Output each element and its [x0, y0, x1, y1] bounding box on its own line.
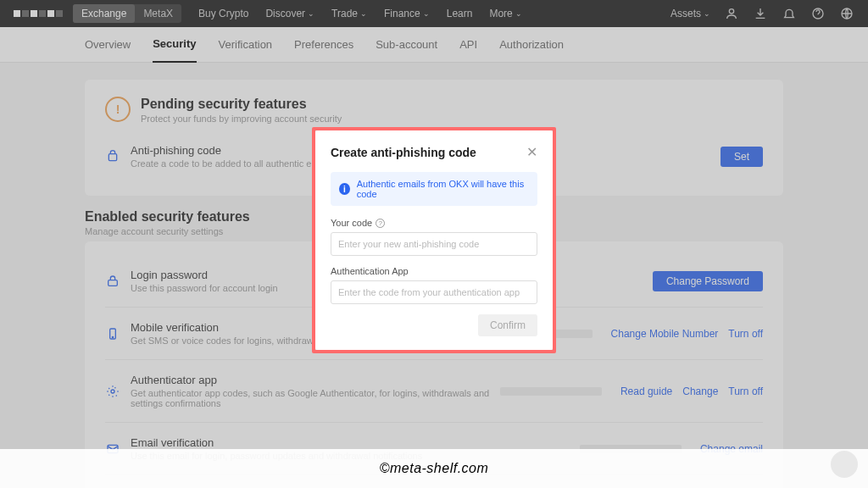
info-banner: i Authentic emails from OKX will have th… [331, 172, 537, 206]
modal-title: Create anti-phishing code [331, 146, 476, 159]
close-icon[interactable]: ✕ [526, 144, 537, 160]
your-code-label: Your code ? [331, 218, 537, 228]
chat-bubble-icon[interactable] [831, 451, 858, 478]
info-icon: i [339, 183, 350, 195]
anti-phishing-modal: Create anti-phishing code ✕ i Authentic … [315, 130, 553, 350]
watermark-text: ©meta-shelf.com [0, 449, 868, 488]
auth-app-label: Authentication App [331, 266, 537, 276]
anti-phishing-code-input[interactable] [331, 232, 537, 256]
auth-app-code-input[interactable] [331, 280, 537, 304]
confirm-button[interactable]: Confirm [478, 314, 537, 336]
help-tooltip-icon[interactable]: ? [376, 219, 385, 228]
modal-overlay: Create anti-phishing code ✕ i Authentic … [0, 0, 868, 488]
